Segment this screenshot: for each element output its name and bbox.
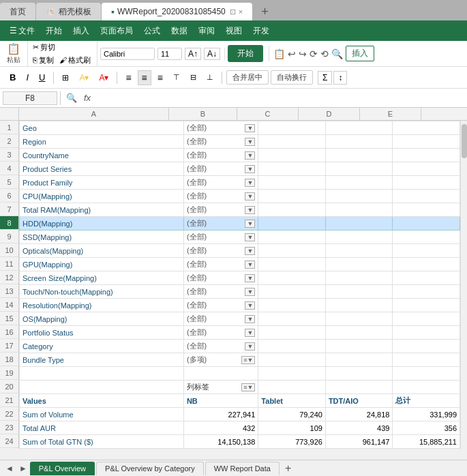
row-num-22[interactable]: 22 xyxy=(0,407,18,421)
fill-button[interactable]: A▾ xyxy=(75,71,93,85)
cell-c12[interactable] xyxy=(258,271,326,285)
merge-button[interactable]: 合并居中 xyxy=(226,70,269,85)
cell-c14[interactable] xyxy=(258,299,326,312)
row-num-15[interactable]: 15 xyxy=(0,312,18,325)
cell-b17[interactable]: (全部)▼ xyxy=(183,340,258,353)
cell-a14[interactable]: Resolution(Mapping) xyxy=(20,299,184,312)
row-num-24[interactable]: 24 xyxy=(0,434,18,448)
cell-b8[interactable]: (全部)▼ xyxy=(183,217,258,230)
filter-dropdown-1[interactable]: ▼ xyxy=(245,124,255,132)
filter-dropdown-17[interactable]: ▼ xyxy=(245,342,255,351)
cell-b9[interactable]: (全部)▼ xyxy=(183,230,258,244)
cell-e14[interactable] xyxy=(393,299,460,312)
menu-data[interactable]: 数据 xyxy=(166,22,193,40)
cell-b13[interactable]: (全部)▼ xyxy=(183,285,258,299)
cell-c4[interactable] xyxy=(258,162,326,176)
cell-b22[interactable]: 227,941 xyxy=(183,408,258,421)
row-num-17[interactable]: 17 xyxy=(0,339,18,353)
cell-e9[interactable] xyxy=(393,230,460,244)
cell-e20[interactable] xyxy=(393,381,460,394)
menu-page-layout[interactable]: 页面布局 xyxy=(95,22,138,40)
cell-a15[interactable]: OS(Mapping) xyxy=(20,312,184,326)
tab-template[interactable]: 🐚 稻壳模板 xyxy=(36,3,101,20)
cell-c24[interactable]: 773,926 xyxy=(258,435,326,449)
filter-dropdown-3[interactable]: ▼ xyxy=(245,151,255,160)
cell-b4[interactable]: (全部)▼ xyxy=(183,162,258,176)
cell-c2[interactable] xyxy=(258,135,326,149)
filter-dropdown-9[interactable]: ▼ xyxy=(245,233,255,241)
row-num-8[interactable]: 8 xyxy=(0,216,18,230)
copy-button[interactable]: ⎘复制 xyxy=(31,55,56,66)
cell-c8[interactable] xyxy=(258,217,326,230)
font-name-input[interactable] xyxy=(100,48,155,60)
scrollbar-thumb[interactable] xyxy=(462,124,467,158)
cell-c11[interactable] xyxy=(258,258,326,271)
row-num-18[interactable]: 18 xyxy=(0,353,18,366)
cell-c18[interactable] xyxy=(258,353,326,367)
cell-b21[interactable]: NB xyxy=(183,394,258,408)
cell-d9[interactable] xyxy=(325,230,393,244)
cell-d6[interactable] xyxy=(325,190,393,203)
align-center-button[interactable]: ≡ xyxy=(138,70,151,85)
cell-b5[interactable]: (全部)▼ xyxy=(183,176,258,190)
cell-a24[interactable]: Sum of Total GTN ($) xyxy=(20,435,184,449)
filter-dropdown-12[interactable]: ▼ xyxy=(245,274,255,282)
menu-view[interactable]: 视图 xyxy=(220,22,247,40)
cell-a1[interactable]: Geo xyxy=(20,121,184,135)
cell-b24[interactable]: 14,150,138 xyxy=(183,435,258,449)
cell-d13[interactable] xyxy=(325,285,393,299)
cell-c10[interactable] xyxy=(258,244,326,258)
row-num-13[interactable]: 13 xyxy=(0,284,18,298)
sheet-tab-nav-prev[interactable]: ◄ xyxy=(3,464,16,473)
cell-a12[interactable]: Screen Size(Mapping) xyxy=(20,271,184,285)
cell-d23[interactable]: 439 xyxy=(325,421,393,435)
filter-dropdown-20[interactable]: ≡▼ xyxy=(241,383,255,391)
cell-e11[interactable] xyxy=(393,258,460,271)
cell-d19[interactable] xyxy=(325,367,393,381)
menu-insert[interactable]: 插入 xyxy=(67,22,95,40)
col-header-b[interactable]: B xyxy=(169,108,237,120)
cell-e5[interactable] xyxy=(393,176,460,190)
cell-d3[interactable] xyxy=(325,149,393,162)
format-brush-button[interactable]: 🖌格式刷 xyxy=(57,55,93,66)
sheet-tab-ww-report[interactable]: WW Report Data xyxy=(205,462,280,475)
cell-a7[interactable]: Total RAM(Mapping) xyxy=(20,203,184,217)
row-num-2[interactable]: 2 xyxy=(0,134,18,148)
cell-b1[interactable]: (全部) ▼ xyxy=(183,121,258,135)
cell-b2[interactable]: (全部)▼ xyxy=(183,135,258,149)
cell-e17[interactable] xyxy=(393,340,460,353)
start-button[interactable]: 开始 xyxy=(228,45,263,62)
filter-dropdown-18[interactable]: ≡▼ xyxy=(241,356,255,364)
cell-a23[interactable]: Total AUR xyxy=(20,421,184,435)
cell-d4[interactable] xyxy=(325,162,393,176)
row-num-23[interactable]: 23 xyxy=(0,421,18,434)
sheet-tab-add[interactable]: + xyxy=(281,462,295,475)
menu-start[interactable]: 开始 xyxy=(40,22,67,40)
bold-button[interactable]: B xyxy=(5,70,20,85)
cell-b15[interactable]: (全部)▼ xyxy=(183,312,258,326)
row-num-11[interactable]: 11 xyxy=(0,257,18,271)
cell-e8[interactable] xyxy=(393,217,460,230)
cell-b20[interactable]: 列标签 ≡▼ xyxy=(183,381,258,394)
cell-e13[interactable] xyxy=(393,285,460,299)
cell-b12[interactable]: (全部)▼ xyxy=(183,271,258,285)
cell-a5[interactable]: Product Family xyxy=(20,176,184,190)
font-increase-button[interactable]: A↑ xyxy=(185,48,201,60)
tab-report[interactable]: ▪ WWReport_20200831085450 ⊡ × xyxy=(102,3,252,20)
row-num-7[interactable]: 7 xyxy=(0,203,18,216)
sheet-tab-pl-overview[interactable]: P&L Overview xyxy=(30,462,95,475)
col-header-e[interactable]: E xyxy=(360,108,421,120)
row-num-1[interactable]: 1 xyxy=(0,121,18,134)
col-header-d[interactable]: D xyxy=(299,108,360,120)
row-num-12[interactable]: 12 xyxy=(0,271,18,284)
filter-dropdown-4[interactable]: ▼ xyxy=(245,165,255,173)
cell-e1[interactable] xyxy=(393,121,460,135)
cell-b3[interactable]: (全部)▼ xyxy=(183,149,258,162)
cell-d11[interactable] xyxy=(325,258,393,271)
cell-d12[interactable] xyxy=(325,271,393,285)
cell-e2[interactable] xyxy=(393,135,460,149)
row-num-4[interactable]: 4 xyxy=(0,162,18,175)
cell-e18[interactable] xyxy=(393,353,460,367)
cell-b16[interactable]: (全部)▼ xyxy=(183,326,258,340)
cell-c1[interactable] xyxy=(258,121,326,135)
